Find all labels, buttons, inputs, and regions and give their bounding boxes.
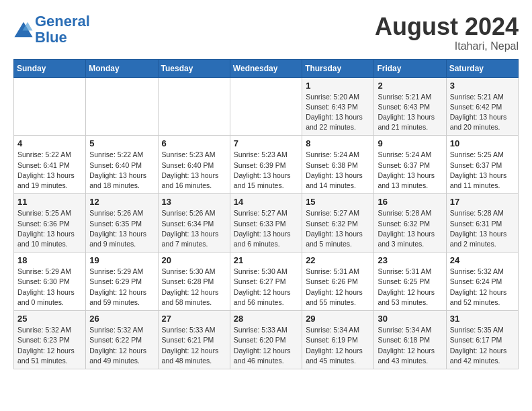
calendar-cell: 8Sunrise: 5:24 AM Sunset: 6:38 PM Daylig… — [302, 136, 374, 194]
day-number: 31 — [450, 314, 515, 324]
day-number: 24 — [450, 255, 515, 265]
day-number: 8 — [306, 138, 370, 148]
calendar-cell: 29Sunrise: 5:34 AM Sunset: 6:19 PM Dayli… — [302, 311, 374, 369]
day-info: Sunrise: 5:32 AM Sunset: 6:24 PM Dayligh… — [450, 267, 515, 308]
day-number: 29 — [306, 314, 370, 324]
day-number: 17 — [450, 197, 515, 207]
calendar-cell: 27Sunrise: 5:33 AM Sunset: 6:21 PM Dayli… — [158, 311, 230, 369]
day-number: 3 — [450, 81, 515, 91]
day-number: 19 — [89, 255, 154, 265]
logo-icon — [13, 19, 34, 40]
calendar-table: SundayMondayTuesdayWednesdayThursdayFrid… — [13, 59, 519, 369]
day-header-monday: Monday — [86, 59, 158, 77]
day-number: 9 — [378, 138, 442, 148]
day-number: 22 — [306, 255, 370, 265]
calendar-cell: 17Sunrise: 5:28 AM Sunset: 6:31 PM Dayli… — [446, 194, 518, 253]
day-number: 20 — [162, 255, 226, 265]
calendar-cell: 31Sunrise: 5:35 AM Sunset: 6:17 PM Dayli… — [446, 311, 518, 369]
day-info: Sunrise: 5:24 AM Sunset: 6:37 PM Dayligh… — [378, 150, 442, 191]
week-row-2: 4Sunrise: 5:22 AM Sunset: 6:41 PM Daylig… — [14, 136, 519, 194]
day-info: Sunrise: 5:31 AM Sunset: 6:26 PM Dayligh… — [306, 267, 370, 308]
calendar-cell: 23Sunrise: 5:31 AM Sunset: 6:25 PM Dayli… — [374, 253, 446, 311]
day-info: Sunrise: 5:30 AM Sunset: 6:28 PM Dayligh… — [162, 267, 226, 308]
day-number: 28 — [234, 314, 298, 324]
day-info: Sunrise: 5:23 AM Sunset: 6:39 PM Dayligh… — [234, 150, 298, 191]
month-year: August 2024 — [375, 13, 519, 40]
day-info: Sunrise: 5:29 AM Sunset: 6:29 PM Dayligh… — [89, 267, 154, 308]
calendar-cell: 30Sunrise: 5:34 AM Sunset: 6:18 PM Dayli… — [374, 311, 446, 369]
calendar-cell: 10Sunrise: 5:25 AM Sunset: 6:37 PM Dayli… — [446, 136, 518, 194]
day-info: Sunrise: 5:28 AM Sunset: 6:31 PM Dayligh… — [450, 208, 515, 249]
day-number: 21 — [234, 255, 298, 265]
logo-text: General Blue — [35, 13, 90, 46]
day-info: Sunrise: 5:33 AM Sunset: 6:20 PM Dayligh… — [234, 325, 298, 366]
calendar-cell — [86, 77, 158, 136]
day-number: 12 — [89, 197, 154, 207]
day-number: 16 — [378, 197, 442, 207]
day-number: 4 — [17, 138, 82, 148]
calendar-cell: 14Sunrise: 5:27 AM Sunset: 6:33 PM Dayli… — [230, 194, 302, 253]
day-info: Sunrise: 5:27 AM Sunset: 6:33 PM Dayligh… — [234, 208, 298, 249]
calendar-cell: 22Sunrise: 5:31 AM Sunset: 6:26 PM Dayli… — [302, 253, 374, 311]
calendar-cell: 21Sunrise: 5:30 AM Sunset: 6:27 PM Dayli… — [230, 253, 302, 311]
week-row-1: 1Sunrise: 5:20 AM Sunset: 6:43 PM Daylig… — [14, 77, 519, 136]
day-number: 6 — [162, 138, 226, 148]
day-number: 14 — [234, 197, 298, 207]
day-info: Sunrise: 5:31 AM Sunset: 6:25 PM Dayligh… — [378, 267, 442, 308]
day-number: 5 — [89, 138, 154, 148]
calendar-cell — [230, 77, 302, 136]
day-number: 1 — [306, 81, 370, 91]
day-number: 13 — [162, 197, 226, 207]
calendar-cell: 15Sunrise: 5:27 AM Sunset: 6:32 PM Dayli… — [302, 194, 374, 253]
day-info: Sunrise: 5:33 AM Sunset: 6:21 PM Dayligh… — [162, 325, 226, 366]
day-info: Sunrise: 5:23 AM Sunset: 6:40 PM Dayligh… — [162, 150, 226, 191]
calendar-cell: 24Sunrise: 5:32 AM Sunset: 6:24 PM Dayli… — [446, 253, 518, 311]
day-number: 30 — [378, 314, 442, 324]
day-number: 27 — [162, 314, 226, 324]
title-block: August 2024 Itahari, Nepal — [375, 13, 519, 52]
day-info: Sunrise: 5:27 AM Sunset: 6:32 PM Dayligh… — [306, 208, 370, 249]
day-info: Sunrise: 5:21 AM Sunset: 6:43 PM Dayligh… — [378, 92, 442, 133]
day-info: Sunrise: 5:30 AM Sunset: 6:27 PM Dayligh… — [234, 267, 298, 308]
week-row-4: 18Sunrise: 5:29 AM Sunset: 6:30 PM Dayli… — [14, 253, 519, 311]
day-info: Sunrise: 5:22 AM Sunset: 6:41 PM Dayligh… — [17, 150, 82, 191]
day-header-thursday: Thursday — [302, 59, 374, 77]
day-number: 18 — [17, 255, 82, 265]
page-header: General Blue August 2024 Itahari, Nepal — [13, 13, 519, 52]
logo-line2: Blue — [35, 29, 67, 46]
day-info: Sunrise: 5:21 AM Sunset: 6:42 PM Dayligh… — [450, 92, 515, 133]
day-info: Sunrise: 5:32 AM Sunset: 6:23 PM Dayligh… — [17, 325, 82, 366]
calendar-cell: 9Sunrise: 5:24 AM Sunset: 6:37 PM Daylig… — [374, 136, 446, 194]
calendar-cell: 4Sunrise: 5:22 AM Sunset: 6:41 PM Daylig… — [14, 136, 86, 194]
day-number: 7 — [234, 138, 298, 148]
location: Itahari, Nepal — [375, 40, 519, 52]
calendar-cell: 1Sunrise: 5:20 AM Sunset: 6:43 PM Daylig… — [302, 77, 374, 136]
calendar-cell: 25Sunrise: 5:32 AM Sunset: 6:23 PM Dayli… — [14, 311, 86, 369]
calendar-cell: 28Sunrise: 5:33 AM Sunset: 6:20 PM Dayli… — [230, 311, 302, 369]
day-header-wednesday: Wednesday — [230, 59, 302, 77]
calendar-cell: 11Sunrise: 5:25 AM Sunset: 6:36 PM Dayli… — [14, 194, 86, 253]
calendar-cell: 12Sunrise: 5:26 AM Sunset: 6:35 PM Dayli… — [86, 194, 158, 253]
day-info: Sunrise: 5:22 AM Sunset: 6:40 PM Dayligh… — [89, 150, 154, 191]
day-number: 25 — [17, 314, 82, 324]
calendar-cell — [158, 77, 230, 136]
day-number: 23 — [378, 255, 442, 265]
calendar-cell: 16Sunrise: 5:28 AM Sunset: 6:32 PM Dayli… — [374, 194, 446, 253]
logo: General Blue — [13, 13, 90, 46]
calendar-cell: 6Sunrise: 5:23 AM Sunset: 6:40 PM Daylig… — [158, 136, 230, 194]
day-header-saturday: Saturday — [446, 59, 518, 77]
calendar-cell: 19Sunrise: 5:29 AM Sunset: 6:29 PM Dayli… — [86, 253, 158, 311]
day-info: Sunrise: 5:25 AM Sunset: 6:36 PM Dayligh… — [17, 208, 82, 249]
calendar-cell: 7Sunrise: 5:23 AM Sunset: 6:39 PM Daylig… — [230, 136, 302, 194]
calendar-body: 1Sunrise: 5:20 AM Sunset: 6:43 PM Daylig… — [14, 77, 519, 369]
day-info: Sunrise: 5:35 AM Sunset: 6:17 PM Dayligh… — [450, 325, 515, 366]
week-row-5: 25Sunrise: 5:32 AM Sunset: 6:23 PM Dayli… — [14, 311, 519, 369]
calendar-header: SundayMondayTuesdayWednesdayThursdayFrid… — [14, 59, 519, 77]
calendar-cell: 2Sunrise: 5:21 AM Sunset: 6:43 PM Daylig… — [374, 77, 446, 136]
day-info: Sunrise: 5:34 AM Sunset: 6:18 PM Dayligh… — [378, 325, 442, 366]
week-row-3: 11Sunrise: 5:25 AM Sunset: 6:36 PM Dayli… — [14, 194, 519, 253]
day-info: Sunrise: 5:24 AM Sunset: 6:38 PM Dayligh… — [306, 150, 370, 191]
day-header-tuesday: Tuesday — [158, 59, 230, 77]
day-info: Sunrise: 5:26 AM Sunset: 6:34 PM Dayligh… — [162, 208, 226, 249]
calendar-cell — [14, 77, 86, 136]
